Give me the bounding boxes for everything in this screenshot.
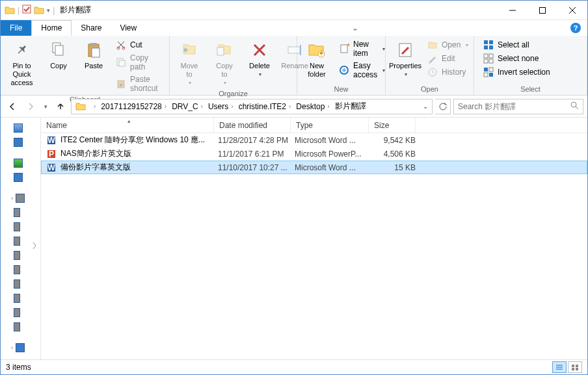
qat-dropdown-icon[interactable]: ▾ (47, 7, 50, 14)
group-label-open: Open (388, 84, 471, 95)
move-to-button[interactable]: Move to▾ (172, 37, 206, 88)
svg-rect-16 (288, 47, 300, 53)
edit-icon (427, 53, 438, 64)
nav-recent-button[interactable]: ▾ (41, 99, 50, 114)
svg-point-37 (571, 102, 576, 107)
tab-file[interactable]: File (1, 20, 31, 36)
minimize-button[interactable] (498, 1, 528, 20)
drive-icon (14, 173, 23, 182)
invert-selection-button[interactable]: Invert selection (479, 66, 554, 79)
pc-icon (16, 194, 25, 203)
nav-tree-item[interactable] (2, 171, 39, 184)
help-icon: ? (570, 23, 581, 33)
breadcrumb-item[interactable]: Users› (206, 99, 236, 114)
table-row[interactable]: PNAS簡介影片英文版11/1/2017 6:21 PMMicrosoft Po… (41, 147, 587, 161)
file-date: 11/1/2017 6:21 PM (218, 149, 295, 159)
nav-tree-item[interactable] (2, 263, 39, 276)
maximize-button[interactable] (528, 1, 557, 20)
qat-divider: | (18, 6, 20, 15)
select-all-button[interactable]: Select all (479, 38, 554, 51)
file-name: NAS簡介影片英文版 (60, 148, 218, 159)
new-item-button[interactable]: ✦New item▾ (335, 38, 389, 59)
invert-selection-icon (483, 67, 494, 77)
copy-icon (48, 40, 69, 60)
history-button[interactable]: History (423, 66, 472, 79)
svg-text:✦: ✦ (318, 49, 325, 58)
nav-tree-item[interactable] (2, 292, 39, 305)
table-row[interactable]: W備份影片字幕英文版11/10/2017 10:27 ...Microsoft … (41, 161, 587, 174)
svg-rect-6 (55, 45, 63, 55)
nav-tree-item[interactable] (2, 278, 39, 291)
view-details-button[interactable] (552, 361, 567, 373)
nav-tree-item[interactable] (2, 136, 39, 149)
qat-checkbox-icon[interactable] (22, 5, 31, 16)
nav-tree-item[interactable]: › (2, 341, 39, 354)
column-date[interactable]: Date modified (214, 118, 291, 133)
nav-expand-icon[interactable] (31, 239, 38, 252)
search-icon (570, 101, 579, 112)
nav-tree-item[interactable]: › (2, 192, 39, 205)
close-button[interactable] (557, 1, 587, 20)
delete-button[interactable]: Delete▾ (243, 37, 276, 80)
breadcrumb-item[interactable]: christine.ITE2› (236, 99, 294, 114)
pin-to-quick-access-button[interactable]: Pin to Quick access (3, 37, 40, 90)
qat-divider: | (53, 6, 55, 15)
search-input[interactable] (458, 102, 570, 111)
paste-shortcut-button[interactable]: Paste shortcut (112, 73, 167, 94)
navigation-pane[interactable]: › › (1, 118, 41, 361)
breadcrumb[interactable]: › 20171129152728› DRV_C› Users› christin… (71, 99, 433, 114)
nav-tree-item[interactable] (2, 157, 39, 170)
nav-back-button[interactable] (5, 99, 20, 114)
svg-rect-2 (540, 7, 546, 13)
folder-icon[interactable] (34, 5, 44, 16)
open-button[interactable]: Open▾ (423, 38, 472, 51)
properties-button[interactable]: Properties▾ (388, 37, 422, 80)
svg-rect-36 (489, 73, 493, 77)
tab-view[interactable]: View (111, 20, 146, 36)
tab-home[interactable]: Home (31, 20, 72, 36)
ribbon: Pin to Quick access Copy Paste Cut Copy … (1, 36, 587, 96)
ribbon-expand[interactable]: ⌄ (345, 20, 365, 36)
nav-tree-item[interactable] (2, 122, 39, 135)
nav-tree-item[interactable] (2, 320, 39, 333)
breadcrumb-item[interactable]: Desktop› (293, 99, 332, 114)
tab-share[interactable]: Share (72, 20, 111, 36)
ribbon-tabs: File Home Share View ⌄ ? (1, 20, 587, 36)
svg-rect-35 (484, 73, 488, 77)
help-button[interactable]: ? (564, 20, 587, 36)
breadcrumb-item[interactable]: 影片翻譯 (332, 99, 369, 114)
easy-access-button[interactable]: Easy access▾ (335, 60, 389, 81)
select-none-icon (483, 53, 494, 64)
copy-path-button[interactable]: Copy path (112, 52, 167, 73)
breadcrumb-chevron[interactable]: › (88, 99, 98, 114)
file-type: Microsoft Word ... (295, 163, 373, 172)
drive-icon (14, 138, 23, 147)
folder-icon (75, 101, 86, 112)
breadcrumb-dropdown[interactable]: ⌄ (423, 103, 432, 110)
column-size[interactable]: Size (369, 118, 416, 133)
column-type[interactable]: Type (291, 118, 369, 133)
view-thumbnails-button[interactable] (568, 361, 582, 373)
table-row[interactable]: WITE2 Center 隨時分享您 Windows 10 應...11/28/… (41, 133, 587, 147)
column-name[interactable]: ▴Name (41, 118, 214, 133)
svg-rect-33 (484, 68, 488, 71)
edit-button[interactable]: Edit (423, 52, 472, 65)
copy-to-button[interactable]: Copy to▾ (207, 37, 241, 88)
paste-button[interactable]: Paste (77, 37, 111, 73)
cut-button[interactable]: Cut (112, 38, 167, 51)
select-none-button[interactable]: Select none (479, 52, 554, 65)
breadcrumb-item[interactable]: 20171129152728› (98, 99, 169, 114)
nav-tree-item[interactable] (2, 206, 39, 219)
nav-tree-item[interactable] (2, 306, 39, 319)
svg-rect-32 (489, 59, 493, 63)
breadcrumb-item[interactable]: DRV_C› (169, 99, 206, 114)
rename-button[interactable]: Rename (278, 37, 312, 73)
nav-up-button[interactable] (53, 99, 68, 114)
paste-shortcut-icon (116, 79, 126, 89)
nav-forward-button[interactable] (23, 99, 38, 114)
refresh-button[interactable] (435, 99, 451, 114)
copy-button[interactable]: Copy (42, 37, 75, 73)
nav-tree-item[interactable] (2, 220, 39, 233)
search-box[interactable] (453, 99, 583, 114)
drive-icon (14, 308, 20, 317)
